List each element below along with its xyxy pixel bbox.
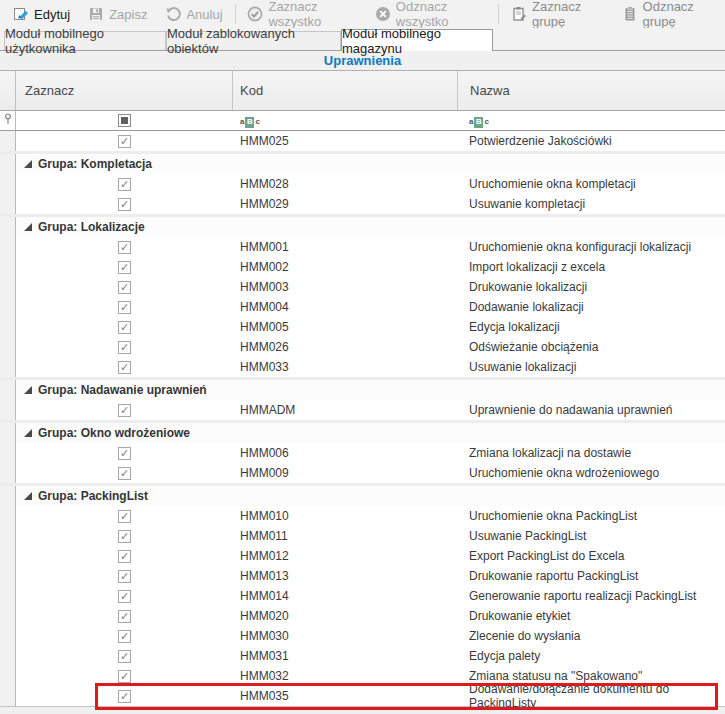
- code-cell: HMM026: [233, 340, 458, 354]
- row-indicator: [0, 443, 16, 463]
- row-checkbox[interactable]: ✓: [118, 361, 131, 374]
- name-cell: Uruchomienie okna kompletacji: [458, 177, 725, 191]
- row-checkbox[interactable]: ✓: [118, 447, 131, 460]
- toolbar-separator: [498, 4, 499, 24]
- row-indicator: [0, 154, 16, 174]
- row-checkbox[interactable]: ✓: [118, 198, 131, 211]
- zapisz-button[interactable]: Zapisz: [79, 2, 156, 26]
- code-cell: HMM020: [233, 609, 458, 623]
- name-cell: Generowanie raportu realizacji PackingLi…: [458, 589, 725, 603]
- row-checkbox[interactable]: ✓: [118, 404, 131, 417]
- column-header-row: Zaznacz Kod Nazwa: [0, 71, 725, 111]
- row-indicator: [0, 131, 16, 151]
- row-checkbox[interactable]: ✓: [118, 550, 131, 563]
- code-cell: HMM010: [233, 509, 458, 523]
- table-row: ✓HMM002Import lokalizacji z excela: [0, 257, 725, 277]
- row-checkbox[interactable]: ✓: [118, 590, 131, 603]
- zaznacz-wszystko-button[interactable]: Zaznacz wszystko: [238, 2, 365, 26]
- table-row: ✓HMM012Export PackingList do Excela: [0, 546, 725, 566]
- group-expanded-icon[interactable]: [24, 429, 32, 437]
- group-expanded-icon[interactable]: [24, 160, 32, 168]
- filter-kod-cell[interactable]: aBc: [233, 113, 458, 128]
- filter-zaznacz-cell[interactable]: [16, 114, 233, 127]
- toolbar-separator: [235, 4, 236, 24]
- table-row: ✓HMM020Drukowanie etykiet: [0, 606, 725, 626]
- column-header-kod[interactable]: Kod: [233, 71, 458, 110]
- tab-modul-mobilnego-uzytkownika[interactable]: Moduł mobilnego użytkownika: [4, 31, 166, 50]
- code-cell: HMM012: [233, 549, 458, 563]
- text-filter-icon: aBc: [240, 117, 260, 128]
- row-checkbox[interactable]: ✓: [118, 321, 131, 334]
- group-row[interactable]: Grupa: Okno wdrożeniowe: [0, 420, 725, 443]
- row-checkbox[interactable]: ✓: [118, 670, 131, 683]
- group-label: Grupa: PackingList: [38, 489, 148, 503]
- row-indicator: [0, 566, 16, 586]
- table-row: ✓HMM009Uruchomienie okna wdrożeniowego: [0, 463, 725, 483]
- row-checkbox[interactable]: ✓: [118, 690, 131, 703]
- group-row[interactable]: Grupa: Kompletacja: [0, 151, 725, 174]
- indeterminate-checkbox[interactable]: [118, 114, 131, 127]
- name-cell: Uruchomienie okna konfiguracji lokalizac…: [458, 240, 725, 254]
- row-checkbox[interactable]: ✓: [118, 301, 131, 314]
- column-header-nazwa[interactable]: Nazwa: [458, 71, 725, 110]
- circle-check-icon: [247, 6, 263, 22]
- name-cell: Drukowanie etykiet: [458, 609, 725, 623]
- code-cell: HMM033: [233, 360, 458, 374]
- row-checkbox[interactable]: ✓: [118, 467, 131, 480]
- header-indicator-cell: [0, 71, 16, 110]
- name-cell: Drukowanie lokalizacji: [458, 280, 725, 294]
- table-row: ✓HMM006Zmiana lokalizacji na dostawie: [0, 443, 725, 463]
- row-checkbox[interactable]: ✓: [118, 630, 131, 643]
- name-cell: Zlecenie do wysłania: [458, 629, 725, 643]
- odznacz-wszystko-button[interactable]: Odznacz wszystko: [366, 2, 495, 26]
- group-row[interactable]: Grupa: PackingList: [0, 483, 725, 506]
- row-checkbox[interactable]: ✓: [118, 610, 131, 623]
- row-checkbox[interactable]: ✓: [118, 570, 131, 583]
- table-row: ✓HMM030Zlecenie do wysłania: [0, 626, 725, 646]
- row-indicator: [0, 297, 16, 317]
- circle-x-icon: [375, 6, 391, 22]
- row-checkbox[interactable]: ✓: [118, 135, 131, 148]
- row-indicator: [0, 174, 16, 194]
- zaznacz-grupe-button[interactable]: Zaznacz grupę: [502, 2, 613, 26]
- table-row: ✓HMMADMUprawnienie do nadawania uprawnie…: [0, 400, 725, 420]
- edytuj-label: Edytuj: [34, 7, 70, 22]
- table-row: ✓HMM033Usuwanie lokalizacji: [0, 357, 725, 377]
- name-cell: Odświeżanie obciążenia: [458, 340, 725, 354]
- code-cell: HMM001: [233, 240, 458, 254]
- table-row: ✓HMM028Uruchomienie okna kompletacji: [0, 174, 725, 194]
- group-row[interactable]: Grupa: Nadawanie uprawnień: [0, 377, 725, 400]
- row-checkbox[interactable]: ✓: [118, 510, 131, 523]
- tab-modul-zablokowanych-obiektow[interactable]: Moduł zablokowanych obiektów: [166, 31, 341, 50]
- group-expanded-icon[interactable]: [24, 223, 32, 231]
- row-indicator: [0, 506, 16, 526]
- row-indicator: [0, 626, 16, 646]
- row-checkbox[interactable]: ✓: [118, 241, 131, 254]
- name-cell: Uprawnienie do nadawania uprawnień: [458, 403, 725, 417]
- name-cell: Edycja lokalizacji: [458, 320, 725, 334]
- row-checkbox[interactable]: ✓: [118, 530, 131, 543]
- filter-nazwa-cell[interactable]: aBc: [458, 113, 725, 128]
- tab-modul-mobilnego-magazynu[interactable]: Moduł mobilnego magazynu: [341, 29, 493, 51]
- code-cell: HMM032: [233, 669, 458, 683]
- row-checkbox[interactable]: ✓: [118, 341, 131, 354]
- group-expanded-icon[interactable]: [24, 492, 32, 500]
- edytuj-button[interactable]: Edytuj: [4, 2, 79, 26]
- group-expanded-icon[interactable]: [24, 386, 32, 394]
- row-checkbox[interactable]: ✓: [118, 650, 131, 663]
- code-cell: HMM013: [233, 569, 458, 583]
- table-row: ✓HMM010Uruchomienie okna PackingList: [0, 506, 725, 526]
- row-indicator: [0, 277, 16, 297]
- name-cell: Dodawanie lokalizacji: [458, 300, 725, 314]
- row-checkbox[interactable]: ✓: [118, 178, 131, 191]
- row-checkbox[interactable]: ✓: [118, 261, 131, 274]
- column-header-zaznacz[interactable]: Zaznacz: [16, 71, 233, 110]
- row-indicator: [0, 380, 16, 400]
- anuluj-button[interactable]: Anuluj: [156, 2, 231, 26]
- row-indicator: [0, 257, 16, 277]
- group-row[interactable]: Grupa: Lokalizacje: [0, 214, 725, 237]
- odznacz-grupe-button[interactable]: Odznacz grupę: [613, 2, 725, 26]
- row-checkbox[interactable]: ✓: [118, 281, 131, 294]
- tab-strip: Moduł mobilnego użytkownika Moduł zablok…: [0, 28, 725, 51]
- filter-pin-cell: [0, 111, 16, 130]
